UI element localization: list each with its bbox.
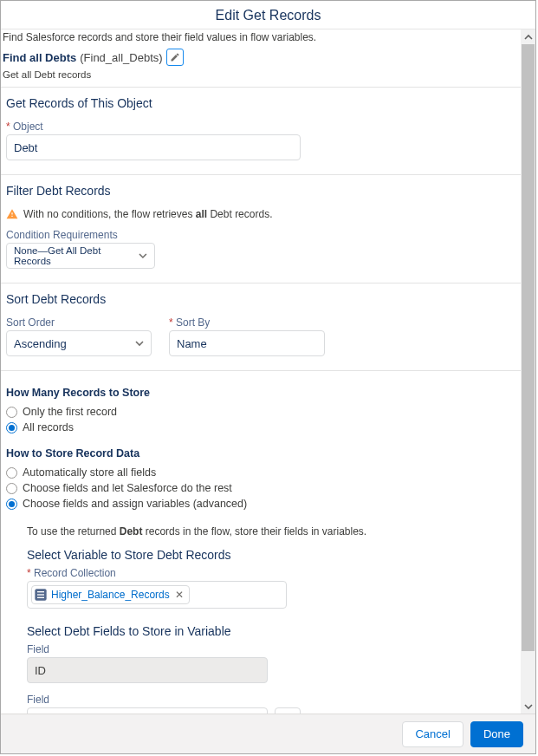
section-sort-title: Sort Debt Records [6,292,517,306]
field-block-0: Field ID [27,643,517,683]
radio-all-records[interactable]: All records [6,420,517,435]
how-store-group: Automatically store all fields Choose fi… [6,463,517,517]
record-collection-pill: Higher_Balance_Records ✕ [31,585,190,604]
delete-field-button[interactable] [275,707,301,714]
radio-choose-fields[interactable]: Choose fields and let Salesforce do the … [6,480,517,496]
chevron-down-icon [135,339,144,348]
sort-by-label: * Sort By [169,316,325,329]
scroll-content: Find Salesforce records and store their … [1,29,522,714]
object-input[interactable]: Debt [6,134,301,160]
edit-label-button[interactable] [166,49,184,66]
chevron-down-icon [139,251,147,260]
how-many-title: How Many Records to Store [6,387,517,399]
cancel-button[interactable]: Cancel [402,721,463,747]
section-object: Get Records of This Object * Object Debt [1,87,522,174]
svg-rect-3 [37,597,44,598]
section-store: How Many Records to Store Only the first… [1,370,522,714]
radio-auto-store[interactable]: Automatically store all fields [6,465,517,480]
record-collection-input[interactable]: Higher_Balance_Records ✕ [27,581,287,609]
condition-req-select[interactable]: None—Get All Debt Records [6,243,155,269]
scroll-thumb[interactable] [522,44,535,651]
element-caption: Get all Debt records [1,68,522,87]
radio-first-record[interactable]: Only the first record [6,404,517,420]
modal-title: Edit Get Records [1,1,535,29]
section-object-title: Get Records of This Object [6,96,517,110]
how-many-group: Only the first record All records [6,402,517,440]
select-variable-title: Select Variable to Store Debt Records [27,548,517,562]
object-field-label: * Object [6,121,517,133]
sort-order-label: Sort Order [6,316,152,329]
element-label: Find all Debts [3,51,76,64]
chevron-up-icon [524,33,533,42]
section-filter-title: Filter Debt Records [6,184,517,198]
radio-icon [6,467,17,479]
section-filter: Filter Debt Records With no conditions, … [1,174,522,283]
element-header: Find all Debts (Find_all_Debts) [1,47,522,68]
scrollbar[interactable] [521,29,535,714]
pencil-icon [170,52,180,62]
field-input-highest-balance[interactable]: Highest_Balance__c [27,707,268,714]
collection-icon [34,588,48,602]
svg-rect-2 [37,594,44,595]
radio-icon [6,483,17,494]
record-collection-label: * Record Collection [27,567,517,579]
svg-rect-1 [37,591,44,592]
condition-req-label: Condition Requirements [6,229,517,241]
select-fields-title: Select Debt Fields to Store in Variable [27,624,517,638]
element-api-name: (Find_all_Debts) [80,51,162,64]
store-helper: To use the returned Debt records in the … [27,517,517,548]
radio-choose-assign[interactable]: Choose fields and assign variables (adva… [6,496,517,512]
warning-icon [6,208,18,220]
modal-body: Find Salesforce records and store their … [1,29,535,714]
chevron-down-icon [524,702,533,711]
field-block-1: Field Highest_Balance__c [27,694,517,714]
field-label: Field [27,643,517,655]
filter-warning: With no conditions, the flow retrieves a… [6,208,517,220]
scroll-down-button[interactable] [521,699,535,714]
sort-order-select[interactable]: Ascending [6,330,152,356]
remove-pill-button[interactable]: ✕ [173,589,185,601]
radio-icon [6,422,17,433]
done-button[interactable]: Done [470,721,523,747]
scroll-up-button[interactable] [521,29,535,44]
modal-footer: Cancel Done [1,714,535,753]
section-sort: Sort Debt Records Sort Order Ascending *… [1,283,522,370]
field-input-id: ID [27,657,268,683]
sort-by-input[interactable]: Name [169,330,325,356]
how-store-title: How to Store Record Data [6,447,517,459]
intro-text: Find Salesforce records and store their … [1,29,522,47]
radio-icon [6,499,17,510]
store-details: To use the returned Debt records in the … [6,517,517,714]
radio-icon [6,407,17,418]
edit-get-records-modal: Edit Get Records Find Salesforce records… [0,0,536,754]
field-label: Field [27,694,517,706]
